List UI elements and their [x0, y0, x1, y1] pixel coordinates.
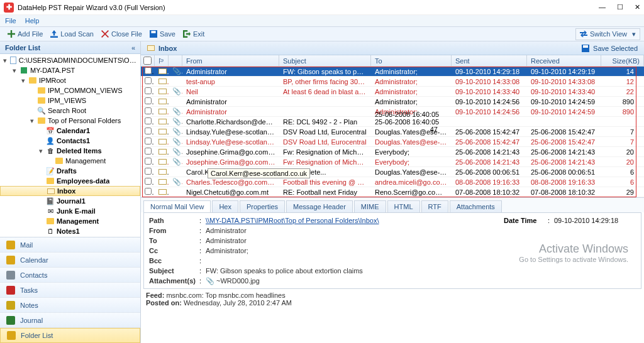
tab-hex[interactable]: Hex: [212, 200, 238, 212]
tree-item[interactable]: IPM_COMMON_VIEWS: [0, 85, 140, 95]
message-row[interactable]: 📎Josephine.Grima@go.com.mtFw: Resignatio…: [141, 157, 644, 167]
save-selected-button[interactable]: Save Selected: [582, 45, 638, 52]
to-value: Administrator: [206, 236, 636, 246]
envelope-icon: [158, 169, 167, 175]
row-checkbox[interactable]: [145, 128, 152, 134]
datetime-value: 09-10-2010 14:29:18: [554, 215, 636, 226]
tab-html[interactable]: HTML: [387, 200, 420, 212]
col-from[interactable]: From: [182, 55, 279, 66]
col-subject[interactable]: Subject: [279, 55, 371, 66]
message-row[interactable]: AdministratorAdministrator;09-10-2010 14…: [141, 97, 644, 107]
tree-item[interactable]: 🗒Notes1: [0, 226, 140, 236]
row-checkbox[interactable]: [145, 107, 152, 114]
row-checkbox[interactable]: [145, 148, 152, 155]
envelope-icon: [158, 99, 167, 104]
message-row[interactable]: test-anupBP, other firms facing 300 la..…: [141, 77, 644, 87]
plus-icon: [8, 30, 15, 38]
tree-item[interactable]: Inbox: [0, 186, 140, 196]
inbox-header: Inbox Save Selected: [141, 41, 644, 55]
menu-file[interactable]: File: [5, 17, 16, 24]
tree-item[interactable]: ▾MY-DATA.PST: [0, 65, 140, 75]
message-row[interactable]: Nigel.Chetcuti@go.com.mtRE: Football nex…: [141, 187, 644, 197]
save-button[interactable]: Save: [146, 29, 179, 39]
folder-tree[interactable]: ▾C:\USERS\ADMIN\DOCUMENTS\OUTLOOK F▾MY-D…: [0, 54, 140, 237]
from-label: From: [149, 226, 199, 236]
row-checkbox[interactable]: [145, 168, 152, 175]
envelope-icon: [158, 119, 167, 124]
load-scan-button[interactable]: Load Scan: [47, 29, 97, 39]
minimize-button[interactable]: —: [599, 3, 606, 11]
tree-item[interactable]: 📓Journal1: [0, 196, 140, 206]
tree-item[interactable]: ▾C:\USERS\ADMIN\DOCUMENTS\OUTLOOK F: [0, 55, 140, 65]
tree-item[interactable]: Employees-data: [0, 176, 140, 186]
col-received[interactable]: Received: [527, 55, 601, 66]
message-row[interactable]: 📎Josephine.Grima@go.com.mtFw: Resignatio…: [141, 147, 644, 157]
message-row[interactable]: 📎Charles.Tedesco@go.com.mtFootball this …: [141, 177, 644, 187]
switch-view-button[interactable]: Switch View▾: [575, 28, 640, 40]
col-size[interactable]: Size(KB): [601, 55, 644, 66]
message-row[interactable]: 📎AdministratorFW: Gibson speaks to polic…: [141, 67, 644, 77]
attachment-icon: 📎: [172, 138, 182, 145]
col-to[interactable]: To: [371, 55, 452, 66]
maximize-button[interactable]: ☐: [617, 3, 623, 11]
tree-item[interactable]: ✉Junk E-mail: [0, 206, 140, 216]
tab-message-header[interactable]: Message Header: [286, 200, 353, 212]
select-all-checkbox[interactable]: [143, 57, 152, 65]
col-flag[interactable]: 🏳: [155, 55, 169, 66]
nav-item-mail[interactable]: Mail: [0, 237, 140, 253]
row-checkbox[interactable]: [145, 178, 152, 185]
tree-item[interactable]: 📝Drafts: [0, 166, 140, 176]
nav-item-calendar[interactable]: Calendar: [0, 253, 140, 268]
row-checkbox[interactable]: [145, 188, 152, 195]
nav-item-journal[interactable]: Journal: [0, 313, 140, 328]
column-headers[interactable]: 🏳 From Subject To Sent Received Size(KB): [141, 55, 644, 67]
cc-value: Administrator;: [206, 246, 636, 256]
add-file-button[interactable]: Add File: [4, 29, 47, 39]
message-row[interactable]: 📎Lindsay.Yule@ese-scotland.c...DSV Road …: [141, 137, 644, 147]
tab-mime[interactable]: MIME: [354, 200, 386, 212]
path-label: Path: [149, 215, 199, 226]
tree-item[interactable]: ▾Top of Personal Folders: [0, 116, 140, 126]
exit-icon: [183, 30, 191, 38]
nav-item-folder-list[interactable]: Folder List: [0, 328, 140, 343]
tab-rtf[interactable]: RTF: [421, 200, 448, 212]
envelope-icon: [158, 159, 167, 165]
tree-item[interactable]: Management: [0, 156, 140, 166]
attachment-icon: 📎: [172, 87, 182, 95]
envelope-icon: [158, 129, 167, 134]
row-checkbox[interactable]: [145, 97, 152, 104]
row-checkbox[interactable]: [145, 117, 152, 124]
col-sent[interactable]: Sent: [452, 55, 527, 66]
nav-item-contacts[interactable]: Contacts: [0, 268, 140, 283]
tree-item[interactable]: 👤Contacts1: [0, 136, 140, 146]
nav-item-notes[interactable]: Notes: [0, 298, 140, 313]
row-checkbox[interactable]: [145, 67, 152, 74]
col-attachment[interactable]: [169, 55, 182, 66]
menu-help[interactable]: Help: [25, 17, 40, 24]
message-grid[interactable]: 📎AdministratorFW: Gibson speaks to polic…: [141, 67, 644, 197]
row-checkbox[interactable]: [145, 158, 152, 165]
posted-value: Wednesday, July 28, 2010 2:47 AM: [184, 299, 292, 307]
tree-item[interactable]: ▾IPMRoot: [0, 75, 140, 85]
row-checkbox[interactable]: [145, 77, 152, 84]
tree-item[interactable]: ▾🗑Deleted Items: [0, 146, 140, 156]
message-row[interactable]: 📎Charlotte.Richardson@dexio...RE: DCL 94…: [141, 117, 644, 127]
path-value[interactable]: \\MY-DATA.PST\IPMRoot\Top of Personal Fo…: [206, 215, 504, 226]
message-row[interactable]: Carol.Kerr@es49 - Tradete...Douglas.Yate…: [141, 167, 644, 177]
tree-item[interactable]: IPM_VIEWS: [0, 95, 140, 106]
message-row[interactable]: 📎Lindsay.Yule@ese-scotland.c...DSV Road …: [141, 127, 644, 137]
close-file-button[interactable]: Close File: [97, 29, 146, 39]
tree-item[interactable]: 📅Calendar1: [0, 126, 140, 136]
nav-item-tasks[interactable]: Tasks: [0, 283, 140, 298]
tree-item[interactable]: 🔍Search Root: [0, 106, 140, 116]
tab-properties[interactable]: Properties: [240, 200, 285, 212]
close-button[interactable]: ✕: [635, 3, 640, 11]
attachment-icon: 📎: [172, 117, 182, 125]
tree-item[interactable]: Management: [0, 216, 140, 226]
row-checkbox[interactable]: [145, 87, 152, 94]
tab-normal-mail-view[interactable]: Normal Mail View: [143, 200, 211, 212]
exit-button[interactable]: Exit: [179, 29, 208, 39]
row-checkbox[interactable]: [145, 138, 152, 144]
message-row[interactable]: 📎NeilAt least 6 dead in blast at Ch...Ad…: [141, 87, 644, 97]
tab-attachments[interactable]: Attachments: [450, 200, 502, 212]
